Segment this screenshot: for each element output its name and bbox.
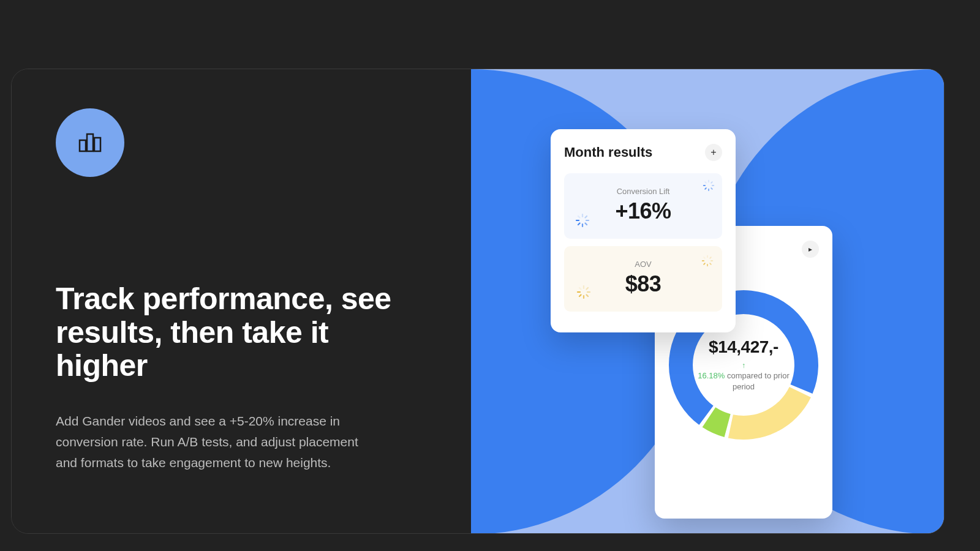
svg-line-22	[710, 263, 711, 264]
svg-line-18	[578, 216, 580, 218]
conversion-lift-tile: Conversion Lift +16%	[564, 173, 722, 239]
svg-line-28	[587, 288, 589, 290]
svg-rect-1	[80, 140, 86, 151]
caret-right-icon: ▸	[809, 245, 812, 253]
svg-line-16	[578, 223, 580, 225]
svg-line-14	[586, 223, 587, 225]
month-results-card: Month results +	[551, 129, 736, 332]
revenue-comparison: 16.18% compared to prior period	[689, 370, 798, 392]
svg-rect-2	[94, 138, 100, 151]
chart-icon	[56, 108, 124, 177]
aov-tile: AOV $83	[564, 246, 722, 312]
feature-panel: Track performance, see results, then tak…	[11, 69, 944, 534]
revenue-value: $14,427,-	[709, 337, 778, 357]
trend-up-icon: ↑	[742, 362, 745, 369]
stat-label: AOV	[575, 260, 711, 269]
svg-line-20	[710, 257, 711, 258]
stat-value: +16%	[575, 198, 711, 224]
svg-rect-0	[87, 134, 93, 151]
feature-left: Track performance, see results, then tak…	[12, 69, 471, 533]
feature-body: Add Gander videos and see a +5-20% incre…	[56, 411, 362, 473]
svg-line-24	[704, 263, 705, 264]
stat-label: Conversion Lift	[575, 187, 711, 196]
loading-spinner-icon	[701, 255, 714, 267]
svg-line-6	[711, 188, 712, 189]
svg-line-26	[704, 257, 705, 258]
stat-value: $83	[575, 271, 711, 297]
loading-spinner-icon	[576, 285, 591, 299]
svg-line-34	[579, 288, 581, 290]
next-month-button[interactable]: ▸	[802, 241, 819, 258]
plus-icon: +	[710, 147, 716, 158]
svg-line-10	[705, 182, 706, 183]
svg-line-4	[711, 182, 712, 183]
svg-line-12	[586, 216, 587, 218]
month-results-title: Month results	[564, 144, 652, 160]
svg-line-30	[587, 295, 589, 297]
loading-spinner-icon	[575, 213, 590, 228]
add-button[interactable]: +	[705, 144, 722, 161]
feature-headline: Track performance, see results, then tak…	[56, 282, 399, 383]
svg-line-8	[705, 188, 706, 189]
feature-illustration: ctober 2023 ▸ $14,427,- ↑ 16.18% compare…	[471, 69, 944, 533]
svg-line-32	[579, 295, 581, 297]
loading-spinner-icon	[703, 179, 715, 192]
